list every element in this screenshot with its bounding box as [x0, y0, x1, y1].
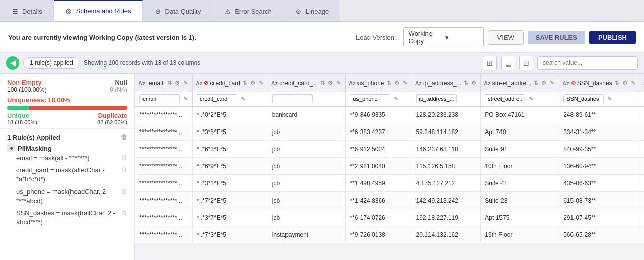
col-settings-icon[interactable]: ⚙ [393, 79, 400, 87]
table-cell: 291-07-45** [559, 209, 640, 226]
filter-cc2[interactable] [272, 94, 313, 103]
rule-trash-2[interactable]: 🗑 [121, 187, 127, 196]
col-type-icon: Az [196, 80, 202, 86]
table-cell: PO Box 47161 [481, 106, 559, 123]
table-cell: ****************... [135, 123, 193, 141]
sidebar: Non Empty Null 100 (100.00%) 0 (NA) Uniq… [0, 74, 135, 260]
tab-error[interactable]: ⚠ Error Search [212, 0, 283, 21]
rules-delete-icon[interactable]: 🗑 [120, 133, 127, 141]
table-cell: *..*6*3*E*5 [193, 141, 268, 158]
sort-icon[interactable]: ⇅ [533, 79, 539, 87]
table-cell: jcb [268, 158, 346, 175]
col-edit-icon[interactable]: ✎ [548, 79, 556, 87]
publish-button[interactable]: PUBLISH [589, 31, 636, 44]
col-settings-icon[interactable]: ⚙ [540, 79, 547, 87]
filter-edit-cc[interactable]: ✎ [239, 95, 247, 103]
tab-lineage[interactable]: ⊘ Lineage [283, 0, 340, 21]
chevron-down-icon: ▾ [445, 34, 478, 41]
col-edit-icon[interactable]: ✎ [335, 79, 342, 87]
table-cell: 59.248.114.182 [412, 123, 481, 141]
col-edit-icon[interactable]: ✎ [401, 79, 409, 87]
table-cell: Suite 91 [481, 141, 559, 158]
table-cell: *..*3*1*E*5 [193, 175, 268, 192]
table-cell: 20.114.132.162 [412, 226, 481, 243]
table-cell: *..*7*3*E*5 [193, 226, 268, 243]
back-button[interactable]: ◀ [6, 56, 19, 70]
save-rules-button[interactable]: SAVE RULES [528, 31, 585, 44]
search-input[interactable] [537, 56, 638, 70]
table-cell: 146.237.68.110 [412, 141, 481, 158]
table-cell: ****************... [135, 106, 193, 123]
filter-us-phone[interactable] [350, 94, 390, 103]
col-error-icon: ⊘ [204, 80, 208, 86]
table-body: ****************...*..*0*2*E*5bankcard**… [135, 106, 645, 243]
table-cell: *..*6*9*E*5 [193, 158, 268, 175]
view-button[interactable]: VIEW [488, 30, 524, 45]
sort-icon[interactable]: ⇅ [319, 79, 326, 87]
table-cell: 115.126.5.158 [412, 158, 481, 175]
rule-item-1: credit_card = mask(alterChar - *a*b*c*d*… [7, 164, 127, 185]
table-area: Az email ⇅ ⚙ ✎ Az ⊘ [135, 74, 644, 260]
col-settings-icon[interactable]: ⚙ [327, 79, 334, 87]
column-view-icon[interactable]: ⊟ [519, 56, 533, 70]
sort-icon[interactable]: ⇅ [614, 79, 620, 87]
table-row: ****************...*..*6*3*E*5jcb**6 912… [135, 141, 645, 158]
table-cell: bankcard [268, 106, 346, 123]
table-row: ****************...*..*6*9*E*5jcb**2 981… [135, 158, 645, 175]
filter-ssn-dashes[interactable] [563, 94, 604, 103]
filter-edit-ssn[interactable]: ✎ [606, 95, 613, 103]
sort-asc-icon[interactable]: ⇅ [166, 79, 173, 87]
col-edit-icon[interactable]: ✎ [182, 79, 189, 87]
table-cell: 248-89-61** [559, 106, 640, 123]
table-cell: 695 76 8891 [640, 141, 644, 158]
tab-quality[interactable]: ⊕ Data Quality [143, 0, 213, 21]
col-settings-icon[interactable]: ⚙ [470, 79, 477, 87]
col-type-icon: Az [138, 80, 145, 86]
list-view-icon[interactable]: ▤ [501, 56, 515, 70]
main-content: Non Empty Null 100 (100.00%) 0 (NA) Uniq… [0, 74, 644, 260]
col-edit-icon[interactable]: ✎ [629, 79, 637, 87]
filter-credit-card[interactable] [197, 94, 237, 103]
col-ssn-dashes: Az ⊘ SSN_dashes ⇅ ⚙ ✎ [559, 74, 640, 92]
uniqueness-row: Uniqueness: 18.00% [7, 96, 127, 104]
table-cell: 136-60-94** [559, 158, 640, 175]
table-cell: 334-31-34** [559, 123, 640, 141]
toolbar: ◀ 1 rule(s) applied Showing 100 records … [0, 53, 644, 74]
version-select[interactable]: Working Copy ▾ [403, 27, 484, 47]
sort-icon[interactable]: ⇅ [386, 79, 392, 87]
grid-view-icon[interactable]: ⊞ [483, 56, 497, 70]
filter-edit-email[interactable]: ✎ [182, 95, 189, 103]
filter-edit-street[interactable]: ✎ [527, 95, 535, 103]
progress-bar [7, 106, 127, 110]
filter-street[interactable] [485, 94, 525, 103]
sort-icon[interactable]: ⇅ [242, 79, 248, 87]
table-cell: 566-65-28** [559, 226, 640, 243]
col-edit-icon[interactable]: ✎ [257, 79, 265, 87]
lineage-icon: ⊘ [295, 7, 303, 15]
col-settings-icon[interactable]: ⚙ [249, 79, 256, 87]
table-cell: 616 41 8297 [640, 175, 644, 192]
table-row: ****************...*..*3*7*E*5jcb**6 174… [135, 209, 645, 226]
null-val: 0 (NA) [110, 86, 127, 93]
rule-trash-3[interactable]: 🗑 [121, 209, 127, 217]
table-cell: instapayment [268, 226, 346, 243]
data-table: Az email ⇅ ⚙ ✎ Az ⊘ [135, 74, 644, 243]
top-tabs: ☰ Details ◎ Schema and Rules ⊕ Data Qual… [0, 0, 644, 22]
filter-edit-phone[interactable]: ✎ [392, 95, 400, 103]
filter-ip[interactable] [416, 94, 457, 103]
col-type-icon: Az [484, 80, 490, 86]
col-error-icon: ⊘ [571, 80, 576, 86]
rule-trash-1[interactable]: 🗑 [121, 166, 127, 174]
rule-trash-0[interactable]: 🗑 [121, 154, 127, 162]
tab-schema[interactable]: ◎ Schema and Rules [54, 0, 143, 21]
col-type-icon: Az [415, 80, 422, 86]
unique-dup-vals: 18 (18.00%) 82 (82.00%) [7, 119, 127, 125]
table-cell: 192.18.227.119 [412, 209, 481, 226]
col-settings-icon[interactable]: ⚙ [174, 79, 181, 87]
col-settings-icon[interactable]: ⚙ [621, 79, 628, 87]
filter-email[interactable] [139, 94, 180, 103]
sort-icon[interactable]: ⇅ [463, 79, 469, 87]
unique-progress [7, 106, 29, 110]
table-cell: ****************... [135, 158, 193, 175]
tab-details[interactable]: ☰ Details [0, 0, 54, 21]
